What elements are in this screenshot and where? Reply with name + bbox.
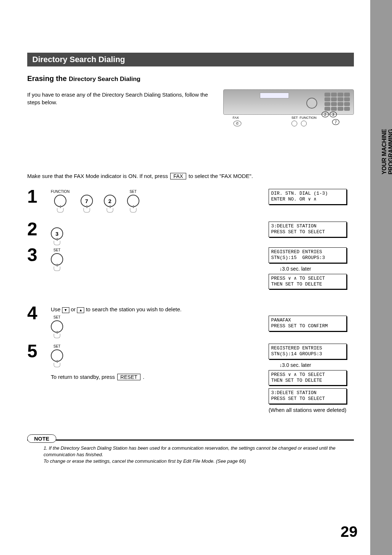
step-1-number: 1	[27, 187, 51, 206]
page-content: Directory Search Dialing Erasing the Dir…	[27, 53, 354, 465]
function-button-label: FUNCTION	[51, 190, 70, 194]
step-5-number: 5	[27, 341, 51, 360]
return-text-b: .	[141, 374, 144, 380]
reset-keycap: RESET	[117, 374, 141, 380]
key-3-button: 3	[51, 222, 63, 245]
step-1: 1 FUNCTION 7	[27, 187, 354, 219]
press-icon	[130, 208, 136, 212]
press-icon	[83, 208, 90, 212]
lcd-display-3a: REGISTERED ENTRIES STN(S):15 GROUPS:3	[269, 247, 347, 263]
down-arrow-key: ▼	[62, 307, 69, 313]
sidebar-label-2: YOUR MACHINE	[381, 129, 388, 174]
callout-key-7: 7	[332, 119, 339, 125]
up-arrow-key: ▲	[77, 307, 84, 313]
return-text-a: To return to standby, press	[51, 374, 117, 380]
subtitle-bold: Erasing the	[27, 74, 69, 82]
step-4-number: 4	[27, 303, 51, 322]
press-icon	[54, 363, 60, 367]
note-line-2: To change or erase the settings, cancel …	[44, 458, 246, 464]
set-button-label: SET	[53, 344, 60, 349]
step4-text-b: or	[71, 306, 77, 312]
fax-button-icon: ✆	[233, 121, 241, 126]
step-3: 3 SET REGISTERED ENTRIES STN(S):15 GROUP…	[27, 245, 354, 303]
lcd-display-5b: PRESS ∨ ∧ TO SELECT THEN SET TO DELETE	[269, 370, 347, 386]
step-5: 5 SET To return to standby, press RESET …	[27, 341, 354, 414]
sidebar-tab: PROGRAMMING YOUR MACHINE	[370, 0, 392, 555]
note-line-1: If the Directory Search Dialing Station …	[44, 445, 335, 457]
note-section: NOTE 1. If the Directory Search Dialing …	[27, 439, 354, 465]
callout-key-3: 3	[330, 112, 337, 117]
step-2-number: 2	[27, 219, 51, 238]
when-deleted-text: (When all stations were deleted)	[269, 407, 354, 413]
fax-keycap: FAX	[170, 173, 186, 179]
section-banner: Directory Search Dialing	[27, 53, 354, 66]
press-icon	[54, 334, 60, 338]
function-button: FUNCTION	[51, 190, 70, 212]
lcd-display-3b: PRESS ∨ ∧ TO SELECT THEN SET TO DELETE	[269, 274, 347, 289]
lcd-display-5a: REGISTERED ENTRIES STN(S):14 GROUPS:3	[269, 344, 347, 359]
set-button-label: SET	[53, 248, 60, 252]
pre-note: Make sure that the FAX Mode indicator is…	[27, 173, 354, 179]
delay-label-3: ↓3.0 sec. later	[279, 266, 354, 272]
callout-fax-label: FAX	[233, 116, 239, 119]
set-button: SET	[51, 248, 63, 271]
step4-text-c: to search the station you wish to delete…	[86, 306, 182, 312]
intro-text: If you have to erase any of the Director…	[27, 89, 209, 106]
press-icon	[107, 208, 113, 212]
set-button-label: SET	[130, 190, 136, 194]
press-icon	[54, 267, 60, 271]
press-icon	[57, 208, 64, 212]
note-label: NOTE	[27, 434, 56, 443]
callout-key-2: 2	[322, 112, 329, 117]
set-button: SET	[51, 315, 63, 338]
subsection-title: Erasing the Directory Search Dialing	[27, 74, 354, 83]
set-button: SET	[51, 344, 63, 367]
lcd-display-4: PANAFAX PRESS SET TO CONFIRM	[269, 316, 347, 331]
set-button-label: SET	[53, 315, 60, 320]
sidebar-label-1: PROGRAMMING	[388, 129, 392, 174]
note-marker: 1.	[44, 445, 48, 451]
step4-text-a: Use	[51, 306, 62, 312]
step-2: 2 3 3:DELETE STATION PRESS SET TO SELECT	[27, 219, 354, 245]
lcd-display-5c: 3:DELETE STATION PRESS SET TO SELECT	[269, 388, 347, 404]
callout-set-label: SET	[291, 116, 298, 119]
function-button-icon	[301, 121, 307, 126]
lcd-display-2: 3:DELETE STATION PRESS SET TO SELECT	[269, 222, 347, 237]
page-number: 29	[340, 523, 358, 540]
set-button-icon	[291, 121, 297, 126]
subtitle-sub: Directory Search Dialing	[69, 76, 140, 82]
set-button: SET	[127, 190, 139, 212]
key-7-button: 7	[81, 190, 93, 212]
pre-note-a: Make sure that the FAX Mode indicator is…	[27, 173, 170, 179]
delay-label-5: ↓3.0 sec. later	[279, 362, 354, 368]
control-panel-illustration: FAX ✆ SET FUNCTION 2 3 7	[223, 89, 354, 133]
step-4: 4 Use ▼ or ▲ to search the station you w…	[27, 303, 354, 341]
step-3-number: 3	[27, 245, 51, 264]
lcd-display-1: DIR. STN. DIAL (1-3) ENTER NO. OR ∨ ∧	[269, 189, 347, 204]
press-icon	[54, 241, 60, 245]
callout-function-label: FUNCTION	[300, 116, 317, 119]
key-2-button: 2	[104, 190, 116, 212]
pre-note-b: to select the "FAX MODE".	[187, 173, 253, 179]
